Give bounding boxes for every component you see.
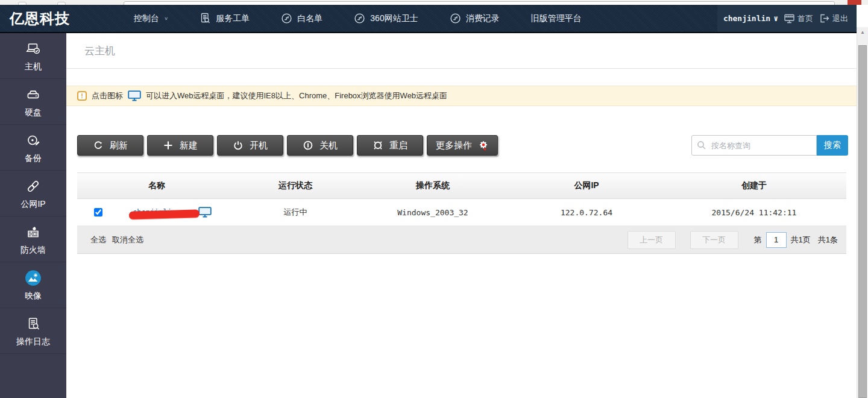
pages-total-label: 共1页 [791, 235, 811, 245]
os-cell: Windows_2003_32 [354, 199, 511, 226]
status-cell: 运行中 [236, 199, 354, 226]
name-cell: chenjinlin.com [77, 199, 236, 226]
search-icon [697, 141, 706, 150]
created-cell: 2015/6/24 11:42:11 [662, 199, 846, 226]
sidebar-item-label: 公网IP [20, 199, 45, 210]
globe-swirl-icon [354, 13, 365, 24]
next-page-button[interactable]: 下一页 [690, 231, 738, 249]
remote-desktop-icon[interactable] [198, 207, 212, 218]
page-number-input[interactable] [766, 232, 787, 248]
nav-item-label: 360网站卫士 [370, 13, 418, 24]
sidebar-item-backup[interactable]: 备份 [0, 125, 66, 171]
power-off-icon [303, 140, 313, 151]
nav-item-label: 白名单 [297, 13, 322, 24]
warning-icon: ! [77, 91, 87, 101]
sidebar-item-label: 主机 [25, 62, 42, 72]
toolbar: 刷新 新建 开机 关机 [77, 135, 848, 156]
plus-icon [163, 140, 174, 151]
create-button[interactable]: 新建 [147, 135, 213, 156]
chevron-down-icon: ∨ [164, 16, 168, 21]
user-menu[interactable]: chenjinlin ∨ [723, 14, 778, 23]
pagination: 上一页 下一页 第 共1页 共1条 [613, 231, 838, 249]
page-info: 第 共1页 共1条 [754, 232, 838, 248]
server-table: 名称 运行状态 操作系统 公网IP 创建于 chenjinlin.com 运行中 [77, 172, 846, 254]
toolbar-buttons: 刷新 新建 开机 关机 [77, 135, 498, 156]
nav-item-360-guard[interactable]: 360网站卫士 [338, 5, 433, 32]
scrollbar-track[interactable]: ▲ [857, 27, 868, 398]
button-label: 开机 [250, 140, 268, 151]
disc-pencil-icon [24, 131, 42, 150]
power-on-button[interactable]: 开机 [217, 135, 283, 156]
user-area: chenjinlin ∨ 首页 退出 [717, 5, 857, 32]
sidebar-item-disk[interactable]: 硬盘 [0, 79, 66, 125]
button-label: 重启 [389, 140, 407, 151]
nav-item-whitelist[interactable]: 白名单 [265, 5, 338, 32]
column-header-name: 名称 [77, 173, 236, 198]
button-label: 关机 [319, 140, 338, 151]
nav-item-label: 旧版管理平台 [531, 13, 582, 24]
select-all-link[interactable]: 全选 [90, 235, 106, 245]
sidebar-item-host[interactable]: 主机 [0, 33, 66, 79]
deselect-all-link[interactable]: 取消全选 [112, 235, 143, 245]
sidebar-item-firewall[interactable]: 防火墙 [0, 216, 66, 262]
button-label: 新建 [180, 140, 198, 151]
link-icon [24, 177, 42, 195]
home-label: 首页 [797, 13, 813, 24]
home-desktop-icon [784, 13, 795, 24]
main-nav: 控制台 ∨ 服务工单 白名单 [118, 5, 597, 32]
search-button[interactable]: 搜索 [817, 135, 848, 156]
logout-label: 退出 [832, 13, 848, 24]
chevron-down-icon: ∨ [773, 14, 778, 23]
sidebar-item-label: 操作日志 [16, 336, 50, 347]
table-footer: 全选 取消全选 上一页 下一页 第 共1页 共1条 [77, 226, 846, 254]
items-total-label: 共1条 [818, 235, 838, 245]
globe-swirl-icon [281, 13, 292, 24]
search-box: 搜索 [691, 135, 848, 156]
power-off-button[interactable]: 关机 [287, 135, 353, 156]
table-header: 名称 运行状态 操作系统 公网IP 创建于 [77, 172, 846, 199]
nav-item-legacy-platform[interactable]: 旧版管理平台 [515, 5, 597, 32]
search-input[interactable] [710, 141, 800, 151]
remote-desktop-icon [128, 90, 141, 101]
brand-logo[interactable]: 亿恩科技 [0, 9, 82, 28]
nav-item-consumption-record[interactable]: 消费记录 [434, 5, 515, 32]
sidebar-item-label: 防火墙 [20, 245, 46, 256]
logout-link[interactable]: 退出 [819, 13, 848, 24]
browser-close-button-remnant [848, 0, 861, 5]
sidebar-item-operation-log[interactable]: 操作日志 [0, 308, 66, 354]
sidebar-item-image[interactable]: 映像 [0, 262, 66, 308]
prev-page-button[interactable]: 上一页 [627, 231, 676, 249]
gear-icon [478, 140, 489, 151]
harddrive-icon [24, 86, 42, 104]
notice-text-suffix: 可以进入Web远程桌面，建议使用IE8以上、Chrome、Firebox浏览器使… [146, 90, 447, 101]
page-title: 云主机 [66, 33, 857, 69]
laptop-check-icon [24, 40, 42, 58]
sidebar-item-public-ip[interactable]: 公网IP [0, 171, 66, 216]
nav-item-console[interactable]: 控制台 ∨ [118, 5, 184, 32]
refresh-icon [93, 140, 104, 151]
sidebar-item-label: 硬盘 [25, 107, 42, 118]
home-link[interactable]: 首页 [784, 13, 813, 24]
sidebar: 主机 硬盘 备份 公网IP [0, 33, 66, 398]
power-on-icon [233, 140, 244, 151]
sidebar-item-label: 映像 [25, 291, 42, 302]
globe-swirl-icon [450, 13, 461, 24]
nav-item-label: 消费记录 [466, 13, 500, 24]
scrollbar-up-button[interactable]: ▲ [857, 27, 868, 37]
firewall-icon [24, 223, 42, 241]
more-actions-button[interactable]: 更多操作 [427, 135, 498, 156]
nav-item-label: 服务工单 [216, 13, 250, 24]
refresh-button[interactable]: 刷新 [77, 135, 143, 156]
column-header-created: 创建于 [662, 173, 846, 198]
reboot-button[interactable]: 重启 [357, 135, 423, 156]
scrollbar-thumb[interactable] [858, 45, 867, 398]
table-row: chenjinlin.com 运行中 Windows_2003_32 122.0… [77, 199, 846, 226]
nav-item-label: 控制台 [134, 13, 159, 24]
document-search-icon [200, 13, 211, 24]
nav-item-service-ticket[interactable]: 服务工单 [184, 5, 265, 32]
search-field [691, 135, 817, 156]
button-label: 更多操作 [436, 140, 472, 151]
redaction-marker [129, 209, 200, 219]
row-checkbox[interactable] [94, 208, 102, 216]
browser-chrome-remnant [0, 0, 868, 5]
